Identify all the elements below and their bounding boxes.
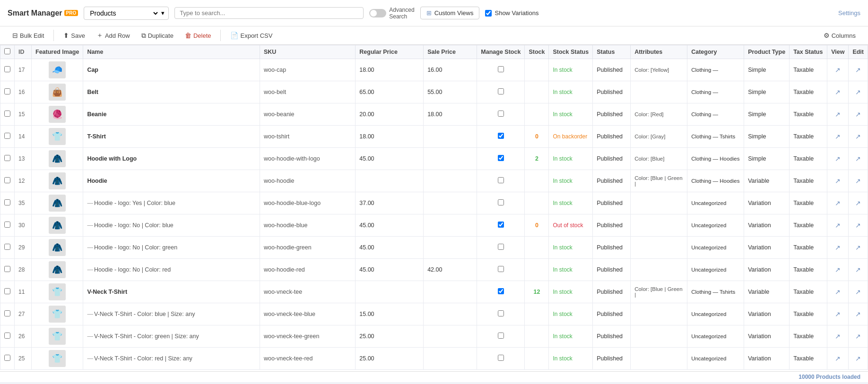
row-checkbox[interactable] bbox=[4, 133, 10, 139]
row-regular-price[interactable]: 65.00 bbox=[356, 81, 424, 103]
row-attributes[interactable]: Color: [Blue | Green | bbox=[631, 170, 687, 192]
row-edit-cell[interactable]: ↗ bbox=[849, 81, 868, 103]
row-checkbox[interactable] bbox=[4, 355, 10, 361]
row-checkbox[interactable] bbox=[4, 288, 10, 294]
row-sale-price[interactable] bbox=[424, 348, 477, 370]
view-external-icon[interactable]: ↗ bbox=[835, 355, 841, 362]
header-stock-status[interactable]: Stock Status bbox=[549, 45, 593, 59]
row-regular-price[interactable]: 45.00 bbox=[356, 148, 424, 170]
row-sku[interactable]: woo-tshirt bbox=[260, 126, 355, 148]
row-category[interactable]: Uncategorized bbox=[687, 237, 744, 259]
row-tax-status[interactable]: Taxable bbox=[790, 148, 827, 170]
row-sale-price[interactable] bbox=[424, 303, 477, 325]
row-manage-stock[interactable] bbox=[477, 103, 525, 126]
duplicate-button[interactable]: ⧉ Duplicate bbox=[137, 30, 178, 42]
edit-external-icon[interactable]: ↗ bbox=[855, 199, 861, 207]
row-product-type[interactable]: Variation bbox=[744, 259, 790, 281]
row-edit-cell[interactable]: ↗ bbox=[849, 325, 868, 348]
search-box[interactable] bbox=[174, 7, 364, 19]
manage-stock-checkbox[interactable] bbox=[498, 66, 504, 72]
row-edit-cell[interactable]: ↗ bbox=[849, 103, 868, 126]
row-product-type[interactable]: Variation bbox=[744, 214, 790, 237]
row-status[interactable]: Published bbox=[593, 214, 631, 237]
row-sale-price[interactable] bbox=[424, 325, 477, 348]
row-regular-price[interactable]: 15.00 bbox=[356, 303, 424, 325]
view-external-icon[interactable]: ↗ bbox=[835, 266, 841, 273]
row-sale-price[interactable] bbox=[424, 192, 477, 214]
row-product-type[interactable]: Variation bbox=[744, 348, 790, 370]
row-name[interactable]: Hoodie with Logo bbox=[83, 148, 260, 170]
product-select-dropdown[interactable]: Products bbox=[88, 9, 159, 17]
row-tax-status[interactable]: Taxable bbox=[790, 170, 827, 192]
view-external-icon[interactable]: ↗ bbox=[835, 244, 841, 251]
row-sku[interactable]: woo-hoodie-blue bbox=[260, 214, 355, 237]
row-view-cell[interactable]: ↗ bbox=[827, 148, 849, 170]
view-external-icon[interactable]: ↗ bbox=[835, 155, 841, 162]
row-category[interactable]: Uncategorized bbox=[687, 259, 744, 281]
row-manage-stock[interactable] bbox=[477, 214, 525, 237]
advanced-search-switch[interactable] bbox=[369, 9, 386, 17]
row-stock[interactable] bbox=[525, 192, 549, 214]
row-product-type[interactable]: Simple bbox=[744, 148, 790, 170]
show-variations-toggle[interactable]: Show Variations bbox=[485, 9, 538, 17]
row-category[interactable]: Clothing — Tshirts bbox=[687, 281, 744, 303]
edit-external-icon[interactable]: ↗ bbox=[855, 288, 861, 296]
export-csv-button[interactable]: 📄 Export CSV bbox=[226, 30, 277, 41]
row-stock[interactable] bbox=[525, 81, 549, 103]
row-product-type[interactable]: Variable bbox=[744, 170, 790, 192]
row-name[interactable]: —V-Neck T-Shirt - Color: red | Size: any bbox=[83, 348, 260, 370]
edit-external-icon[interactable]: ↗ bbox=[855, 222, 861, 229]
row-product-type[interactable]: Variation bbox=[744, 303, 790, 325]
row-sale-price[interactable]: 16.00 bbox=[424, 59, 477, 81]
view-external-icon[interactable]: ↗ bbox=[835, 88, 841, 96]
row-name[interactable]: V-Neck T-Shirt bbox=[83, 281, 260, 303]
manage-stock-checkbox[interactable] bbox=[498, 111, 504, 117]
row-checkbox[interactable] bbox=[4, 222, 10, 228]
manage-stock-checkbox[interactable] bbox=[498, 199, 504, 205]
row-checkbox-cell[interactable] bbox=[0, 192, 15, 214]
row-stock[interactable] bbox=[525, 103, 549, 126]
row-status[interactable]: Published bbox=[593, 81, 631, 103]
row-checkbox[interactable] bbox=[4, 177, 10, 183]
header-tax-status[interactable]: Tax Status bbox=[790, 45, 827, 59]
row-sku[interactable]: woo-hoodie-green bbox=[260, 237, 355, 259]
row-sale-price[interactable]: 42.00 bbox=[424, 259, 477, 281]
edit-external-icon[interactable]: ↗ bbox=[855, 310, 861, 318]
row-status[interactable]: Published bbox=[593, 237, 631, 259]
row-name[interactable]: Hoodie bbox=[83, 170, 260, 192]
row-tax-status[interactable]: Taxable bbox=[790, 281, 827, 303]
edit-external-icon[interactable]: ↗ bbox=[855, 333, 861, 340]
row-status[interactable]: Published bbox=[593, 281, 631, 303]
row-regular-price[interactable]: 45.00 bbox=[356, 214, 424, 237]
row-view-cell[interactable]: ↗ bbox=[827, 126, 849, 148]
row-tax-status[interactable]: Taxable bbox=[790, 103, 827, 126]
edit-external-icon[interactable]: ↗ bbox=[855, 266, 861, 273]
row-manage-stock[interactable] bbox=[477, 259, 525, 281]
row-status[interactable]: Published bbox=[593, 148, 631, 170]
view-external-icon[interactable]: ↗ bbox=[835, 310, 841, 318]
row-sku[interactable]: woo-beanie bbox=[260, 103, 355, 126]
row-status[interactable]: Published bbox=[593, 103, 631, 126]
row-regular-price[interactable] bbox=[356, 170, 424, 192]
row-category[interactable]: Uncategorized bbox=[687, 325, 744, 348]
delete-button[interactable]: 🗑 Delete bbox=[180, 30, 216, 41]
row-sale-price[interactable] bbox=[424, 126, 477, 148]
row-attributes[interactable]: Color: [Red] bbox=[631, 103, 687, 126]
row-name[interactable]: —Hoodie - logo: Yes | Color: blue bbox=[83, 192, 260, 214]
row-manage-stock[interactable] bbox=[477, 303, 525, 325]
view-external-icon[interactable]: ↗ bbox=[835, 333, 841, 340]
row-checkbox-cell[interactable] bbox=[0, 170, 15, 192]
row-regular-price[interactable]: 18.00 bbox=[356, 126, 424, 148]
row-regular-price[interactable] bbox=[356, 281, 424, 303]
row-regular-price[interactable]: 25.00 bbox=[356, 348, 424, 370]
row-tax-status[interactable]: Taxable bbox=[790, 259, 827, 281]
row-regular-price[interactable]: 45.00 bbox=[356, 259, 424, 281]
row-stock[interactable] bbox=[525, 170, 549, 192]
row-name[interactable]: —Hoodie - logo: No | Color: blue bbox=[83, 214, 260, 237]
row-checkbox[interactable] bbox=[4, 310, 10, 316]
row-status[interactable]: Published bbox=[593, 126, 631, 148]
row-regular-price[interactable]: 37.00 bbox=[356, 192, 424, 214]
view-external-icon[interactable]: ↗ bbox=[835, 177, 841, 185]
search-input[interactable] bbox=[180, 9, 358, 17]
columns-button[interactable]: ⚙ Columns bbox=[819, 30, 860, 41]
